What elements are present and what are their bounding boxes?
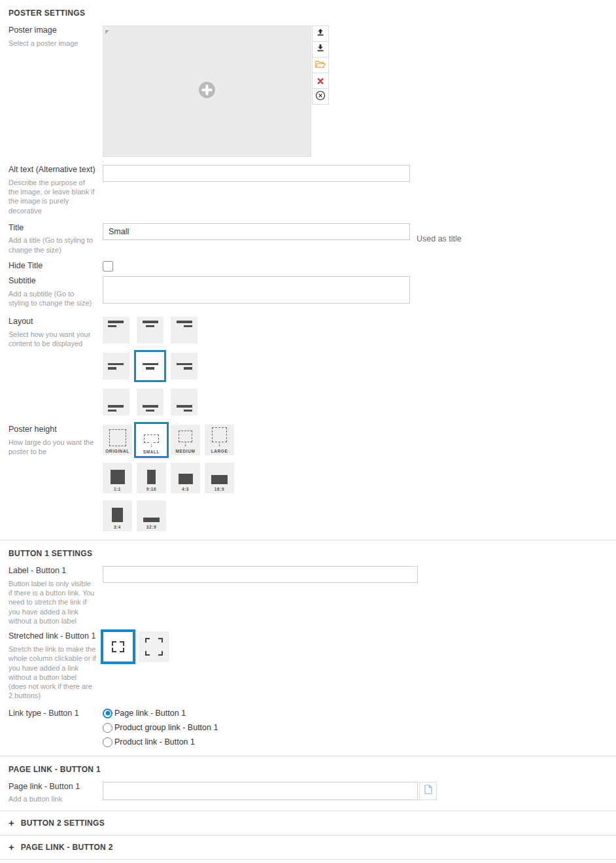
layout-option-top-right[interactable] — [171, 317, 197, 343]
radio-product-link[interactable]: Product link - Button 1 — [103, 737, 616, 747]
link-type-row: Link type - Button 1 Page link - Button … — [0, 709, 616, 747]
ratio-1-1-icon — [111, 470, 125, 484]
resize-corner-icon — [105, 27, 112, 39]
remove-circle-button[interactable] — [312, 88, 329, 105]
subtitle-input[interactable] — [103, 276, 410, 304]
link-type-label: Link type - Button 1 — [9, 709, 96, 719]
stretched-link-helper: Stretch the link to make the whole colum… — [9, 644, 96, 701]
subtitle-helper: Add a subtitle (Go to styling to change … — [9, 289, 96, 308]
radio-button-icon — [103, 723, 112, 733]
delete-icon — [317, 75, 324, 87]
layout-option-bottom-right[interactable] — [171, 389, 197, 415]
ratio-option-32-9[interactable]: 32:9 — [137, 501, 166, 531]
poster-image-caption: . — [0, 157, 616, 165]
layout-option-bottom-left[interactable] — [103, 389, 129, 415]
ratio-option-9-16[interactable]: 9:16 — [137, 463, 166, 493]
stretched-link-row: Stretched link - Button 1 Stretch the li… — [0, 631, 616, 700]
plus-expand-icon: + — [9, 819, 14, 827]
section-heading-page-link-button1: PAGE LINK - BUTTON 1 — [0, 756, 616, 777]
link-type-radio-group: Page link - Button 1 Product group link … — [103, 709, 616, 747]
size-medium-icon — [179, 431, 192, 442]
height-option-medium[interactable]: MEDIUM — [171, 425, 200, 455]
layout-option-middle-center-selected[interactable] — [134, 350, 166, 382]
ratio-option-16-9[interactable]: 16:9 — [205, 463, 234, 493]
subtitle-row: Subtitle Add a subtitle (Go to styling t… — [0, 276, 616, 308]
ratio-9-16-icon — [147, 470, 156, 484]
layout-helper: Select how you want your content to be d… — [9, 330, 96, 349]
radio-page-link-selected[interactable]: Page link - Button 1 — [103, 709, 616, 718]
ratio-32-9-icon — [143, 518, 160, 522]
poster-image-dropzone[interactable] — [103, 26, 311, 157]
stretched-link-label: Stretched link - Button 1 — [9, 631, 96, 642]
add-plus-circle-icon — [198, 81, 216, 101]
collapsed-section-button2-settings[interactable]: + BUTTON 2 SETTINGS — [0, 811, 616, 835]
title-input[interactable] — [103, 223, 410, 240]
page-link-row: Page link - Button 1 Add a button link — [0, 782, 616, 804]
plus-expand-icon: + — [9, 843, 14, 851]
radio-button-icon — [103, 709, 112, 718]
ratio-option-1-1[interactable]: 1:1 — [103, 463, 132, 493]
ratio-16-9-icon — [211, 475, 228, 484]
collapsed-sections: + BUTTON 2 SETTINGS + PAGE LINK - BUTTON… — [0, 811, 616, 863]
hide-title-row: Hide Title — [0, 261, 616, 272]
section-heading-button1-settings: BUTTON 1 SETTINGS — [0, 540, 616, 561]
upload-button[interactable] — [312, 26, 329, 42]
hide-title-checkbox[interactable] — [103, 261, 113, 272]
layout-option-grid — [103, 317, 616, 415]
layout-option-bottom-center[interactable] — [137, 389, 163, 415]
hide-title-label: Hide Title — [9, 261, 96, 272]
subtitle-label: Subtitle — [9, 276, 96, 287]
alt-text-input[interactable] — [103, 165, 410, 182]
delete-button[interactable] — [312, 73, 329, 89]
download-icon — [316, 44, 325, 56]
button1-label-row: Label - Button 1 Button label is only vi… — [0, 566, 616, 625]
page-link-label: Page link - Button 1 — [9, 782, 96, 792]
height-option-small-selected[interactable]: SMALL — [134, 422, 169, 458]
ratio-3-4-icon — [112, 508, 123, 522]
button1-label-input[interactable] — [103, 566, 418, 583]
ratio-option-3-4[interactable]: 3:4 — [103, 501, 132, 531]
radio-button-icon — [103, 737, 112, 747]
poster-height-option-grid: ORIGINAL SMALL MEDIUM LARGE — [103, 425, 616, 531]
upload-icon — [316, 28, 325, 40]
layout-option-top-left[interactable] — [103, 317, 129, 343]
page-link-input[interactable] — [103, 782, 418, 800]
button1-label-label: Label - Button 1 — [9, 566, 96, 576]
section-heading-poster-settings: POSTER SETTINGS — [0, 0, 616, 20]
title-usage-note: Used as title — [417, 234, 462, 243]
stretched-link-on-selected[interactable] — [101, 629, 135, 664]
open-folder-button[interactable] — [312, 57, 329, 73]
poster-image-label: Poster image — [9, 26, 96, 36]
stretched-link-off[interactable] — [139, 631, 169, 662]
poster-image-row: Poster image Select a poster image — [0, 26, 616, 157]
download-button[interactable] — [312, 41, 329, 58]
radio-product-group-link[interactable]: Product group link - Button 1 — [103, 723, 616, 733]
size-small-icon — [144, 434, 159, 443]
collapsed-section-styling[interactable]: + STYLING — [0, 859, 616, 863]
poster-settings-form: POSTER SETTINGS Poster image Select a po… — [0, 0, 616, 863]
stretch-expanded-icon — [145, 638, 163, 656]
open-folder-icon — [315, 60, 326, 71]
layout-option-middle-right[interactable] — [171, 353, 197, 379]
collapsed-section-page-link-button2[interactable]: + PAGE LINK - BUTTON 2 — [0, 835, 616, 859]
page-document-icon — [424, 784, 432, 797]
layout-option-middle-left[interactable] — [103, 353, 129, 379]
select-page-button[interactable] — [419, 782, 437, 800]
poster-image-toolbar — [312, 26, 329, 105]
height-option-large[interactable]: LARGE — [205, 425, 234, 455]
ratio-option-4-3[interactable]: 4:3 — [171, 463, 200, 493]
button1-label-helper: Button label is only visible if there is… — [9, 579, 96, 625]
alt-text-label: Alt text (Alternative text) — [9, 165, 96, 175]
height-option-original[interactable]: ORIGINAL — [103, 425, 132, 455]
title-row: Title Add a title (Go to styling to chan… — [0, 223, 616, 255]
poster-height-helper: How large do you want the poster to be — [9, 438, 96, 457]
alt-text-row: Alt text (Alternative text) Describe the… — [0, 165, 616, 215]
poster-height-row: Poster height How large do you want the … — [0, 425, 616, 531]
layout-option-top-center[interactable] — [137, 317, 163, 343]
size-large-icon — [212, 427, 227, 442]
title-label: Title — [9, 223, 96, 234]
ratio-4-3-icon — [179, 474, 193, 484]
layout-row: Layout Select how you want your content … — [0, 317, 616, 415]
remove-circle-icon — [315, 90, 326, 103]
title-helper: Add a title (Go to styling to change the… — [9, 236, 96, 255]
